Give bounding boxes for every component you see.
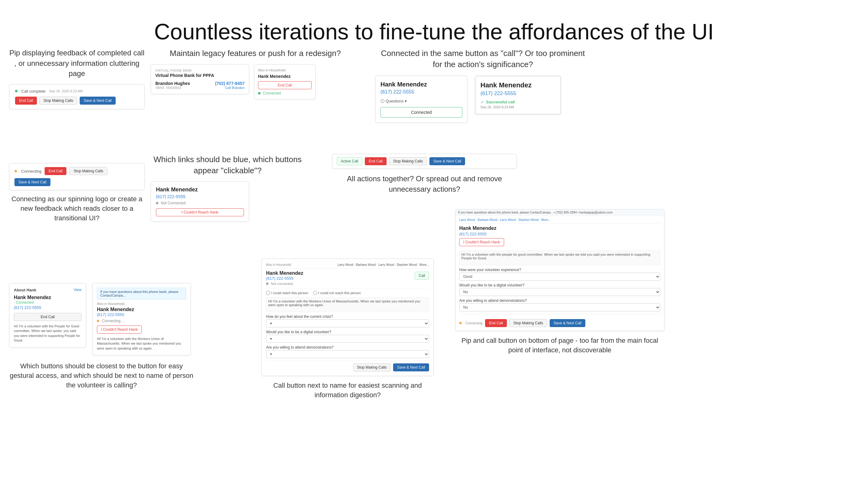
spread-name: Hank Menendez (266, 270, 303, 276)
full-q-digital: Would you like to be a digital volunteer… (459, 283, 660, 288)
radio-reach[interactable]: I could reach this person (266, 291, 308, 295)
full-page-phone: (617) 222-5555 (459, 232, 660, 236)
not-connected-status: Not Connected (161, 201, 185, 205)
q2-select[interactable]: ▾ (266, 335, 429, 343)
household-label: Also in Household: (258, 68, 312, 72)
spread-out-mockup: Also in Household: Larry Wood · Barbara … (261, 259, 434, 376)
end-call-button[interactable]: End Call (15, 97, 37, 104)
full-save-btn[interactable]: Save & Next Call (550, 319, 586, 327)
save-next-btn-spread[interactable]: Save & Next Call (393, 363, 429, 371)
connected-button-mockup: Hank Menendez (617) 222-5555 ⓘ Questions… (375, 76, 467, 123)
full-page-name: Hank Menendez (459, 226, 660, 231)
not-connected2: Not connected (271, 282, 293, 286)
save-next-call-button[interactable]: Save & Next Call (80, 97, 116, 104)
bottom-left-section: About Hank View Hank Menendez · Connecte… (9, 283, 258, 390)
clickable-card-mockup: Hank Menendez (617) 222-5555 Not Connect… (151, 181, 249, 221)
full-q-attend: Are you willing to attend demonstrations… (459, 298, 660, 303)
about-label: About Hank (14, 288, 36, 292)
hank-name2: Hank Menendez (97, 307, 186, 312)
middle-left-annotation: Connecting as our spinning logo or creat… (9, 194, 145, 223)
bank-label: VIRTUAL PHONE BANK (155, 69, 245, 72)
connected-button[interactable]: Connected (380, 107, 462, 118)
success-status: Successful call (486, 100, 515, 104)
success-date: Sep 26, 2020 8:23 AM (480, 105, 556, 109)
radio-no-reach[interactable]: I could not reach this person (313, 291, 361, 295)
couldnt-reach-btn2[interactable]: I Couldn't Reach Hank (97, 326, 142, 333)
call-btn-spread[interactable]: Call (414, 272, 429, 280)
success-phone: (617) 222-5555 (480, 90, 556, 97)
middle-right-section: Active Call End Call Stop Making Calls S… (332, 154, 517, 194)
hank-status: · Connected (14, 300, 82, 305)
top-right-annotation: Connected in the same button as "call"? … (375, 48, 591, 70)
q1-select[interactable]: ▾ (266, 320, 429, 327)
full-end-call-btn[interactable]: End Call (485, 319, 507, 327)
info-bar: If you have questions about this phone b… (97, 288, 186, 299)
connecting-status: Connecting (21, 169, 41, 174)
household-card-mockup: Also in Household: Hank Menendez End Cal… (254, 64, 316, 99)
call-link[interactable]: Call Brandon (215, 86, 245, 90)
full-q-experience: How were your volunteer experience? (459, 268, 660, 272)
contact-phone-large: (617) 222-5555 (380, 89, 462, 95)
hank-phone: (617) 222-5555 (14, 305, 82, 310)
questions-label: ⓘ Questions ▾ (380, 98, 407, 104)
bank-name: Virtual Phone Bank for PPFA (155, 73, 245, 78)
stop-calls-btn-spread[interactable]: Stop Making Calls (353, 363, 391, 371)
spread-phone: (617) 222-5555 (266, 276, 303, 280)
full-select-experience[interactable]: Good (459, 273, 660, 280)
not-connected-dot (156, 202, 158, 204)
clickable-phone: (617) 222-5555 (156, 194, 244, 199)
couldnt-reach-full[interactable]: I Couldn't Reach Hank (459, 238, 504, 246)
top-center-annotation: Maintain legacy features or push for a r… (151, 48, 360, 59)
call-status: Call complete (21, 89, 45, 93)
couldnt-reach-button[interactable]: I Couldn't Reach Hank (156, 208, 244, 216)
stop-calls-btn-bar[interactable]: Stop Making Calls (69, 167, 107, 175)
connected-dot (258, 92, 260, 94)
bottom-center-annotation: Call button next to name for easiest sca… (261, 381, 434, 400)
caller-name: Brandon Hughes (155, 81, 190, 86)
full-stop-btn[interactable]: Stop Making Calls (509, 319, 547, 327)
q2-label: Would you like to be a digital volunteer… (266, 330, 429, 334)
household-names: Larry Wood · Barbara Wood · Larry Wood ·… (337, 263, 429, 267)
check-icon: ✓ (480, 100, 484, 104)
full-page-household-names: Larry Wood · Barbara Wood · Larry Wood ·… (459, 218, 660, 224)
top-left-annotation: Pip displaying feedback of completed cal… (9, 48, 145, 79)
end-call-btn-about[interactable]: End Call (14, 313, 82, 321)
caller-id: VANS: 56420910 (155, 86, 190, 90)
stop-calls-btn-bar2[interactable]: Stop Making Calls (389, 157, 427, 165)
active-call-btn[interactable]: Active Call (337, 157, 362, 165)
success-name: Hank Menendez (480, 81, 556, 89)
household-script: Hi! I'm a volunteer with the Workers Uni… (97, 337, 186, 351)
connecting-dot (14, 170, 17, 172)
script-text: Hi! I'm a volunteer with the Workers Uni… (266, 297, 429, 312)
view-link[interactable]: View (73, 288, 82, 292)
bottom-connecting-dot (459, 322, 462, 324)
full-select-digital[interactable]: No (459, 288, 660, 296)
all-actions-bar-mockup: Active Call End Call Stop Making Calls S… (332, 154, 517, 169)
full-page-script: Hi! I'm a volunteer with the people for … (459, 250, 660, 265)
q1-label: How do you feel about the current crisis… (266, 314, 429, 319)
household-connecting-mockup: If you have questions about this phone b… (92, 283, 191, 355)
top-left-section: Pip displaying feedback of completed cal… (9, 48, 145, 109)
legacy-card-mockup: VIRTUAL PHONE BANK Virtual Phone Bank fo… (151, 64, 249, 94)
end-call-btn-bar2[interactable]: End Call (365, 157, 386, 165)
stop-making-calls-button[interactable]: Stop Making Calls (39, 97, 77, 104)
save-next-btn-bar[interactable]: Save & Next Call (14, 178, 51, 186)
clickable-name: Hank Menendez (156, 186, 244, 193)
end-call-button-legacy[interactable]: End Call (258, 81, 312, 89)
connecting-bar-mockup: Connecting End Call Stop Making Calls Sa… (9, 163, 145, 190)
middle-left-section: Connecting End Call Stop Making Calls Sa… (9, 163, 145, 223)
q3-label: Are you willing to attend demonstrations… (266, 345, 429, 350)
top-center-section: Maintain legacy features or push for a r… (151, 48, 360, 99)
bottom-center-section: Also in Household: Larry Wood · Barbara … (261, 259, 434, 400)
connecting-dot2 (97, 320, 99, 322)
bottom-status: Connecting (465, 321, 483, 325)
bottom-right-section: If you have questions about this phone b… (455, 209, 664, 355)
top-right-section: Connected in the same button as "call"? … (375, 48, 591, 123)
q3-select[interactable]: ▾ (266, 350, 429, 358)
household-contact-name: Hank Menendez (258, 74, 312, 79)
full-select-attend[interactable]: No (459, 303, 660, 311)
connected-status: Connected (263, 91, 281, 95)
contact-name-large: Hank Menendez (380, 81, 462, 88)
save-next-btn-bar2[interactable]: Save & Next Call (429, 157, 465, 165)
end-call-btn-bar[interactable]: End Call (44, 167, 66, 175)
